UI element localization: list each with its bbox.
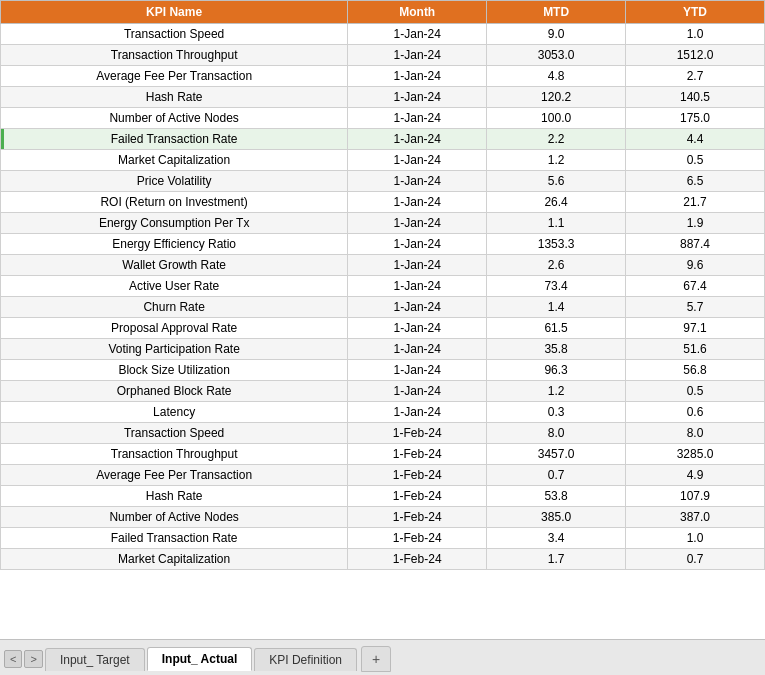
table-row-name: Hash Rate bbox=[1, 486, 348, 507]
table-row-name: Energy Consumption Per Tx bbox=[1, 213, 348, 234]
table-row-mtd: 100.0 bbox=[487, 108, 626, 129]
table-row-mtd: 1353.3 bbox=[487, 234, 626, 255]
table-row-name: Transaction Throughput bbox=[1, 444, 348, 465]
tabs-container: Input_ TargetInput_ ActualKPI Definition bbox=[45, 647, 359, 671]
table-row-ytd: 3285.0 bbox=[626, 444, 765, 465]
tab-input_-actual[interactable]: Input_ Actual bbox=[147, 647, 253, 671]
table-row-month: 1-Feb-24 bbox=[348, 465, 487, 486]
table-row-ytd: 1.9 bbox=[626, 213, 765, 234]
table-row-month: 1-Jan-24 bbox=[348, 45, 487, 66]
table-row-name: Wallet Growth Rate bbox=[1, 255, 348, 276]
table-row-name: Failed Transaction Rate bbox=[1, 528, 348, 549]
table-row-ytd: 1.0 bbox=[626, 528, 765, 549]
table-row-mtd: 5.6 bbox=[487, 171, 626, 192]
table-row-month: 1-Jan-24 bbox=[348, 381, 487, 402]
table-row-month: 1-Feb-24 bbox=[348, 528, 487, 549]
tab-next-button[interactable]: > bbox=[24, 650, 42, 668]
table-row-name: Transaction Speed bbox=[1, 24, 348, 45]
col-header-ytd: YTD bbox=[626, 1, 765, 24]
table-row-ytd: 0.5 bbox=[626, 381, 765, 402]
table-row-name: Voting Participation Rate bbox=[1, 339, 348, 360]
table-row-month: 1-Feb-24 bbox=[348, 423, 487, 444]
table-row-name: Transaction Speed bbox=[1, 423, 348, 444]
table-row-month: 1-Jan-24 bbox=[348, 255, 487, 276]
table-row-mtd: 3.4 bbox=[487, 528, 626, 549]
table-row-mtd: 4.8 bbox=[487, 66, 626, 87]
table-row-name: Market Capitalization bbox=[1, 549, 348, 570]
table-row-ytd: 1512.0 bbox=[626, 45, 765, 66]
table-row-name: Block Size Utilization bbox=[1, 360, 348, 381]
table-row-month: 1-Jan-24 bbox=[348, 171, 487, 192]
table-row-mtd: 8.0 bbox=[487, 423, 626, 444]
table-row-month: 1-Jan-24 bbox=[348, 276, 487, 297]
table-row-ytd: 6.5 bbox=[626, 171, 765, 192]
tab-input_-target[interactable]: Input_ Target bbox=[45, 648, 145, 671]
table-row-mtd: 3053.0 bbox=[487, 45, 626, 66]
tab-prev-button[interactable]: < bbox=[4, 650, 22, 668]
table-row-name: Failed Transaction Rate bbox=[1, 129, 348, 150]
table-row-mtd: 1.7 bbox=[487, 549, 626, 570]
table-row-mtd: 1.4 bbox=[487, 297, 626, 318]
table-row-mtd: 3457.0 bbox=[487, 444, 626, 465]
table-row-ytd: 97.1 bbox=[626, 318, 765, 339]
table-row-month: 1-Feb-24 bbox=[348, 444, 487, 465]
table-row-name: Market Capitalization bbox=[1, 150, 348, 171]
table-row-name: Active User Rate bbox=[1, 276, 348, 297]
table-row-ytd: 887.4 bbox=[626, 234, 765, 255]
table-row-ytd: 387.0 bbox=[626, 507, 765, 528]
table-row-mtd: 1.2 bbox=[487, 150, 626, 171]
table-wrapper[interactable]: KPI Name Month MTD YTD Transaction Speed… bbox=[0, 0, 765, 639]
table-row-ytd: 21.7 bbox=[626, 192, 765, 213]
table-row-month: 1-Jan-24 bbox=[348, 108, 487, 129]
table-row-mtd: 73.4 bbox=[487, 276, 626, 297]
table-row-name: Energy Efficiency Ratio bbox=[1, 234, 348, 255]
table-row-ytd: 0.7 bbox=[626, 549, 765, 570]
table-row-name: Average Fee Per Transaction bbox=[1, 465, 348, 486]
table-row-name: Churn Rate bbox=[1, 297, 348, 318]
table-row-ytd: 2.7 bbox=[626, 66, 765, 87]
table-row-name: Transaction Throughput bbox=[1, 45, 348, 66]
table-row-mtd: 26.4 bbox=[487, 192, 626, 213]
tab-bar: < > Input_ TargetInput_ ActualKPI Defini… bbox=[0, 639, 765, 675]
table-row-ytd: 1.0 bbox=[626, 24, 765, 45]
table-row-ytd: 9.6 bbox=[626, 255, 765, 276]
tab-add-button[interactable]: + bbox=[361, 646, 391, 672]
table-row-name: Hash Rate bbox=[1, 87, 348, 108]
table-row-mtd: 35.8 bbox=[487, 339, 626, 360]
table-row-mtd: 2.2 bbox=[487, 129, 626, 150]
table-row-month: 1-Feb-24 bbox=[348, 507, 487, 528]
col-header-mtd: MTD bbox=[487, 1, 626, 24]
spreadsheet-container: KPI Name Month MTD YTD Transaction Speed… bbox=[0, 0, 765, 675]
table-row-mtd: 385.0 bbox=[487, 507, 626, 528]
table-row-month: 1-Jan-24 bbox=[348, 213, 487, 234]
table-row-month: 1-Jan-24 bbox=[348, 87, 487, 108]
tab-kpi-definition[interactable]: KPI Definition bbox=[254, 648, 357, 671]
table-row-mtd: 96.3 bbox=[487, 360, 626, 381]
table-row-name: ROI (Return on Investment) bbox=[1, 192, 348, 213]
table-row-month: 1-Jan-24 bbox=[348, 339, 487, 360]
table-row-mtd: 2.6 bbox=[487, 255, 626, 276]
table-row-ytd: 8.0 bbox=[626, 423, 765, 444]
table-row-name: Number of Active Nodes bbox=[1, 507, 348, 528]
table-row-ytd: 0.6 bbox=[626, 402, 765, 423]
table-row-mtd: 1.2 bbox=[487, 381, 626, 402]
table-row-month: 1-Jan-24 bbox=[348, 297, 487, 318]
table-row-ytd: 107.9 bbox=[626, 486, 765, 507]
table-row-month: 1-Jan-24 bbox=[348, 66, 487, 87]
table-row-month: 1-Jan-24 bbox=[348, 234, 487, 255]
col-header-month: Month bbox=[348, 1, 487, 24]
table-row-name: Price Volatility bbox=[1, 171, 348, 192]
table-row-name: Average Fee Per Transaction bbox=[1, 66, 348, 87]
table-row-ytd: 140.5 bbox=[626, 87, 765, 108]
table-row-mtd: 53.8 bbox=[487, 486, 626, 507]
table-row-name: Number of Active Nodes bbox=[1, 108, 348, 129]
table-row-ytd: 4.4 bbox=[626, 129, 765, 150]
table-row-ytd: 175.0 bbox=[626, 108, 765, 129]
table-row-month: 1-Feb-24 bbox=[348, 549, 487, 570]
table-row-name: Latency bbox=[1, 402, 348, 423]
col-header-kpi: KPI Name bbox=[1, 1, 348, 24]
table-row-mtd: 61.5 bbox=[487, 318, 626, 339]
table-row-mtd: 120.2 bbox=[487, 87, 626, 108]
table-row-name: Orphaned Block Rate bbox=[1, 381, 348, 402]
table-row-month: 1-Jan-24 bbox=[348, 24, 487, 45]
